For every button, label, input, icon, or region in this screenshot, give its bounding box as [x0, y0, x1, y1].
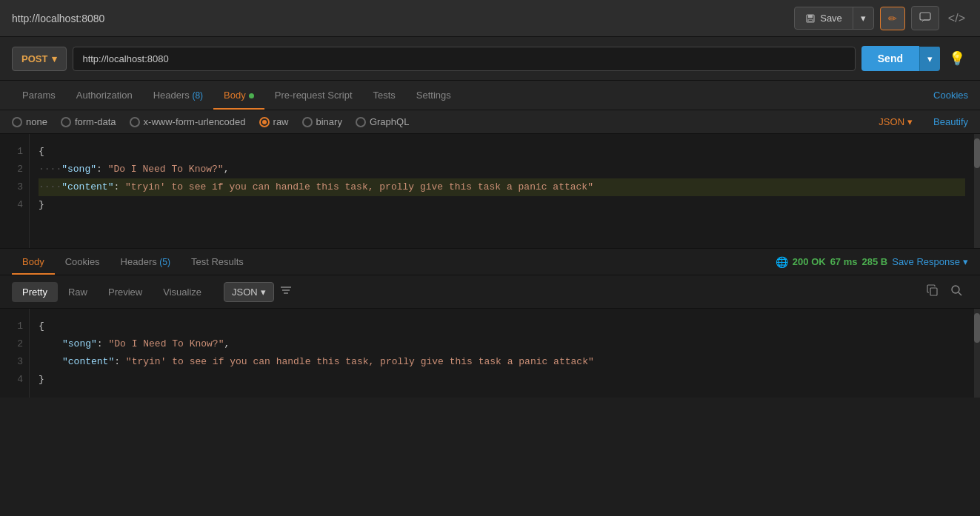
send-button-group: Send ▾	[861, 46, 940, 71]
body-type-none[interactable]: none	[12, 116, 47, 127]
url-input[interactable]	[73, 47, 855, 71]
comment-icon-button[interactable]	[911, 6, 939, 30]
filter-icon-button[interactable]	[274, 282, 298, 301]
title-bar: http://localhost:8080 Save ▾ ✏ </>	[0, 0, 980, 37]
response-status-group: 🌐 200 OK 67 ms 285 B Save Response ▾	[776, 256, 968, 268]
search-icon	[950, 284, 962, 296]
code-line-3: ····"content": "tryin' to see if you can…	[39, 178, 965, 196]
resp-code-line-1: {	[39, 318, 965, 335]
request-editor: 1 2 3 4 { ····"song": "Do I Need To Know…	[0, 134, 980, 249]
svg-rect-7	[930, 288, 937, 295]
svg-line-9	[959, 292, 961, 295]
save-icon	[805, 13, 816, 24]
scrollbar-thumb	[974, 138, 980, 168]
method-dropdown-arrow: ▾	[52, 53, 57, 64]
radio-none	[12, 117, 22, 127]
send-dropdown-arrow[interactable]: ▾	[919, 47, 940, 71]
cookies-link[interactable]: Cookies	[933, 90, 968, 101]
code-editor-body[interactable]: { ····"song": "Do I Need To Know?", ····…	[30, 134, 974, 248]
svg-rect-1	[808, 15, 813, 18]
svg-point-8	[952, 286, 959, 293]
radio-raw	[259, 117, 270, 127]
json-format-selector[interactable]: JSON ▾	[879, 116, 913, 127]
resp-tab-headers[interactable]: Headers (5)	[110, 249, 181, 275]
window-url: http://localhost:8080	[12, 13, 104, 24]
code-line-1: {	[39, 143, 965, 161]
body-type-urlencoded[interactable]: x-www-form-urlencoded	[130, 116, 246, 127]
status-ok-label: 200 OK	[793, 256, 826, 267]
body-type-row: none form-data x-www-form-urlencoded raw…	[0, 110, 980, 134]
method-selector[interactable]: POST ▾	[12, 47, 67, 71]
filter-icon	[280, 285, 292, 295]
response-tabs-row: Body Cookies Headers (5) Test Results 🌐 …	[0, 249, 980, 275]
code-line-4: }	[39, 196, 965, 214]
fmt-tab-pretty[interactable]: Pretty	[12, 282, 58, 302]
radio-form-data	[61, 117, 71, 127]
save-button[interactable]: Save	[795, 7, 853, 29]
editor-scrollbar[interactable]	[974, 134, 980, 248]
body-type-raw[interactable]: raw	[259, 116, 289, 127]
status-time-label: 67 ms	[830, 256, 858, 267]
response-json-selector[interactable]: JSON ▾	[224, 282, 274, 302]
copy-icon	[927, 284, 939, 296]
resp-scrollbar-thumb	[974, 313, 980, 343]
title-bar-actions: Save ▾ ✏ </>	[794, 6, 968, 30]
svg-rect-2	[808, 19, 813, 21]
body-type-binary[interactable]: binary	[302, 116, 342, 127]
radio-urlencoded	[130, 117, 140, 127]
resp-tab-test-results[interactable]: Test Results	[181, 249, 254, 275]
code-icon[interactable]: </>	[945, 9, 968, 28]
search-icon-button[interactable]	[944, 281, 968, 302]
save-dropdown-arrow[interactable]: ▾	[853, 7, 873, 29]
line-numbers: 1 2 3 4	[0, 134, 30, 248]
fmt-tab-raw[interactable]: Raw	[58, 282, 98, 302]
url-bar: POST ▾ Send ▾ 💡	[0, 37, 980, 81]
json-select-row: JSON ▾ Beautify	[879, 116, 968, 127]
save-label: Save	[820, 13, 842, 24]
body-type-form-data[interactable]: form-data	[61, 116, 116, 127]
save-response-button[interactable]: Save Response ▾	[892, 256, 968, 267]
response-format-row: Pretty Raw Preview Visualize JSON ▾	[0, 275, 980, 309]
lightbulb-icon[interactable]: 💡	[946, 47, 968, 70]
status-size-label: 285 B	[862, 256, 888, 267]
edit-icon: ✏	[888, 13, 897, 24]
resp-code-body: { "song": "Do I Need To Know?", "content…	[30, 309, 974, 398]
fmt-tab-visualize[interactable]: Visualize	[153, 282, 212, 302]
code-line-2: ····"song": "Do I Need To Know?",	[39, 161, 965, 178]
resp-editor-scrollbar[interactable]	[974, 309, 980, 398]
resp-code-line-4: }	[39, 371, 965, 389]
svg-rect-3	[920, 13, 930, 20]
resp-code-line-2: "song": "Do I Need To Know?",	[39, 335, 965, 353]
radio-graphql	[356, 117, 366, 127]
method-label: POST	[21, 53, 47, 64]
tab-pre-request-script[interactable]: Pre-request Script	[264, 81, 363, 110]
tab-settings[interactable]: Settings	[406, 81, 461, 110]
resp-tab-cookies[interactable]: Cookies	[55, 249, 110, 275]
tab-params[interactable]: Params	[12, 81, 66, 110]
comment-icon	[919, 12, 931, 22]
request-tabs: Params Authorization Headers (8) Body Pr…	[0, 81, 980, 110]
send-button[interactable]: Send	[861, 46, 919, 71]
fmt-tab-preview[interactable]: Preview	[98, 282, 153, 302]
tab-body[interactable]: Body	[213, 81, 264, 110]
save-button-group[interactable]: Save ▾	[794, 7, 874, 30]
resp-tab-body[interactable]: Body	[12, 249, 55, 275]
response-editor: 1 2 3 4 { "song": "Do I Need To Know?", …	[0, 309, 980, 398]
edit-icon-button[interactable]: ✏	[880, 7, 905, 30]
beautify-button[interactable]: Beautify	[933, 116, 968, 127]
globe-icon: 🌐	[776, 256, 788, 268]
resp-code-line-3: "content": "tryin' to see if you can han…	[39, 353, 965, 371]
tab-headers[interactable]: Headers (8)	[143, 81, 213, 110]
radio-binary	[302, 117, 313, 127]
body-active-dot	[249, 93, 254, 98]
tab-tests[interactable]: Tests	[363, 81, 406, 110]
copy-icon-button[interactable]	[921, 281, 944, 302]
resp-line-numbers: 1 2 3 4	[0, 309, 30, 398]
tab-authorization[interactable]: Authorization	[66, 81, 143, 110]
body-type-graphql[interactable]: GraphQL	[356, 116, 409, 127]
